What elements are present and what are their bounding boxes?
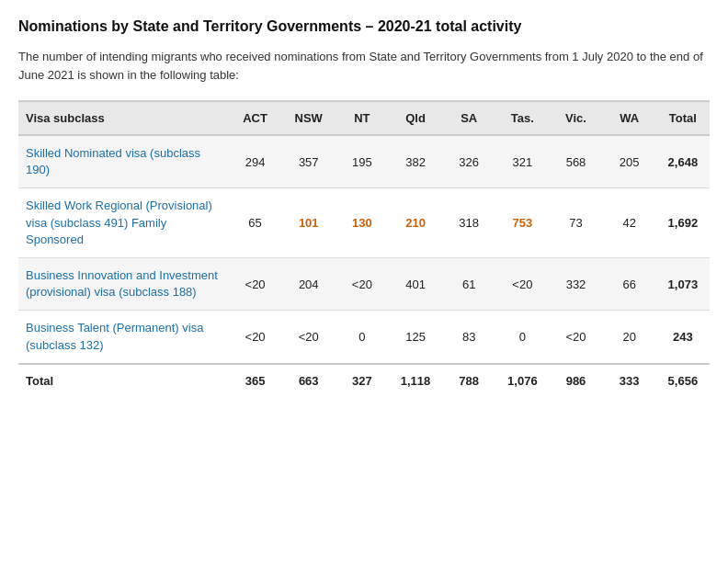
footer-sa: 788 — [442, 364, 495, 397]
table-row: Business Talent (Permanent) visa (subcla… — [18, 311, 710, 364]
cell-nt: 130 — [336, 188, 389, 258]
col-sa: SA — [442, 101, 495, 135]
cell-sa: 318 — [442, 188, 495, 258]
cell-nsw: 204 — [282, 257, 336, 310]
footer-label: Total — [18, 364, 229, 397]
visa-subclass-cell: Skilled Work Regional (Provisional) visa… — [18, 188, 229, 258]
cell-tas: 753 — [495, 188, 549, 258]
cell-wa: 205 — [603, 135, 656, 188]
footer-tas: 1,076 — [495, 364, 549, 397]
cell-qld: 125 — [389, 311, 442, 364]
col-tas: Tas. — [495, 101, 549, 135]
cell-nsw: <20 — [282, 311, 336, 364]
cell-nsw: 357 — [282, 135, 336, 188]
page-title: Nominations by State and Territory Gover… — [18, 18, 710, 35]
cell-nsw: 101 — [282, 188, 336, 258]
cell-nt: 0 — [336, 311, 389, 364]
table-footer-row: Total 365 663 327 1,118 788 1,076 986 33… — [18, 364, 710, 397]
cell-wa: 66 — [603, 257, 656, 310]
visa-subclass-cell: Business Innovation and Investment (prov… — [18, 257, 229, 310]
footer-vic: 986 — [549, 364, 602, 397]
table-row: Skilled Nominated visa (subclass 190)294… — [18, 135, 710, 188]
cell-sa: 326 — [442, 135, 495, 188]
cell-tas: <20 — [495, 257, 549, 310]
cell-act: 65 — [229, 188, 282, 258]
description-text: The number of intending migrants who rec… — [18, 48, 710, 84]
cell-total: 1,073 — [656, 257, 710, 310]
nominations-table: Visa subclass ACT NSW NT Qld SA Tas. Vic… — [18, 100, 710, 397]
cell-tas: 0 — [495, 311, 549, 364]
cell-qld: 210 — [389, 188, 442, 258]
col-total: Total — [656, 101, 710, 135]
cell-vic: <20 — [549, 311, 602, 364]
visa-subclass-link[interactable]: Skilled Nominated visa (subclass 190) — [26, 145, 222, 178]
col-visa-subclass: Visa subclass — [18, 101, 229, 135]
cell-qld: 401 — [389, 257, 442, 310]
col-act: ACT — [229, 101, 282, 135]
cell-tas: 321 — [495, 135, 549, 188]
cell-act: <20 — [229, 311, 282, 364]
cell-vic: 568 — [549, 135, 602, 188]
table-row: Skilled Work Regional (Provisional) visa… — [18, 188, 710, 258]
footer-nsw: 663 — [282, 364, 336, 397]
cell-total: 1,692 — [656, 188, 710, 258]
col-vic: Vic. — [549, 101, 602, 135]
table-row: Business Innovation and Investment (prov… — [18, 257, 710, 310]
cell-total: 243 — [656, 311, 710, 364]
footer-total: 5,656 — [656, 364, 710, 397]
cell-sa: 83 — [442, 311, 495, 364]
visa-subclass-cell: Skilled Nominated visa (subclass 190) — [18, 135, 229, 188]
footer-wa: 333 — [603, 364, 656, 397]
footer-act: 365 — [229, 364, 282, 397]
footer-nt: 327 — [336, 364, 389, 397]
cell-nt: 195 — [336, 135, 389, 188]
cell-wa: 20 — [603, 311, 656, 364]
table-header-row: Visa subclass ACT NSW NT Qld SA Tas. Vic… — [18, 101, 710, 135]
cell-total: 2,648 — [656, 135, 710, 188]
col-nt: NT — [336, 101, 389, 135]
visa-subclass-link[interactable]: Skilled Work Regional (Provisional) visa… — [26, 198, 222, 248]
cell-act: 294 — [229, 135, 282, 188]
cell-vic: 332 — [549, 257, 602, 310]
footer-qld: 1,118 — [389, 364, 442, 397]
cell-nt: <20 — [336, 257, 389, 310]
cell-act: <20 — [229, 257, 282, 310]
col-wa: WA — [603, 101, 656, 135]
cell-sa: 61 — [442, 257, 495, 310]
cell-qld: 382 — [389, 135, 442, 188]
col-qld: Qld — [389, 101, 442, 135]
cell-vic: 73 — [549, 188, 602, 258]
visa-subclass-cell: Business Talent (Permanent) visa (subcla… — [18, 311, 229, 364]
col-nsw: NSW — [282, 101, 336, 135]
visa-subclass-link[interactable]: Business Innovation and Investment (prov… — [26, 267, 222, 301]
cell-wa: 42 — [603, 188, 656, 258]
visa-subclass-link[interactable]: Business Talent (Permanent) visa (subcla… — [26, 320, 222, 353]
